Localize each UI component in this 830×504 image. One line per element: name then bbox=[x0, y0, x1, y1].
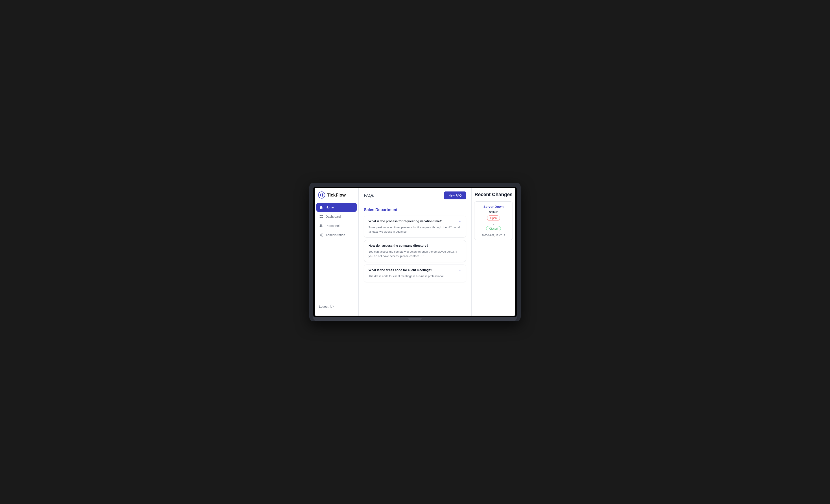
logo-area: TickFlow bbox=[315, 192, 358, 203]
main-content: FAQs New FAQ Sales Department What is th… bbox=[359, 188, 471, 315]
status-badge-open: Open bbox=[487, 215, 500, 221]
faq-answer-1: To request vacation time, please submit … bbox=[369, 225, 462, 234]
sidebar: TickFlow Home bbox=[315, 188, 359, 315]
faq-card-header-1: What is the process for requesting vacat… bbox=[369, 220, 462, 224]
faq-card-2: How do I access the company directory? ⋮… bbox=[364, 240, 466, 262]
faq-card-header-2: How do I access the company directory? ⋮ bbox=[369, 244, 462, 248]
dashboard-icon bbox=[319, 214, 323, 219]
main-body: Sales Department What is the process for… bbox=[359, 203, 471, 315]
svg-rect-4 bbox=[321, 215, 323, 216]
screen-inner: TickFlow Home bbox=[315, 188, 515, 315]
laptop-notch bbox=[408, 318, 422, 320]
administration-icon bbox=[319, 233, 323, 237]
faq-menu-2[interactable]: ⋮ bbox=[457, 244, 462, 248]
faq-question-1: What is the process for requesting vacat… bbox=[369, 220, 454, 223]
svg-rect-6 bbox=[321, 217, 323, 218]
change-card-title: Server Down bbox=[477, 205, 510, 208]
change-timestamp: 2023-04-22, 17:47:12 bbox=[477, 234, 510, 237]
laptop-screen: TickFlow Home bbox=[313, 187, 517, 317]
faq-question-3: What is the dress code for client meetin… bbox=[369, 268, 454, 272]
nav-item-home[interactable]: Home bbox=[316, 203, 357, 212]
right-panel: Recent Changes Server Down Status: Open … bbox=[471, 188, 515, 315]
laptop-container: TickFlow Home bbox=[309, 183, 521, 321]
nav-item-dashboard[interactable]: Dashboard bbox=[316, 212, 357, 221]
page-title: FAQs bbox=[364, 193, 374, 198]
svg-point-9 bbox=[321, 235, 322, 236]
change-card: Server Down Status: Open ⌄ Closed 2023-0… bbox=[474, 201, 513, 240]
faq-question-2: How do I access the company directory? bbox=[369, 244, 454, 247]
personnel-icon bbox=[319, 224, 323, 228]
svg-rect-3 bbox=[320, 215, 321, 216]
nav-item-personnel[interactable]: Personnel bbox=[316, 222, 357, 230]
svg-rect-5 bbox=[320, 217, 321, 218]
tickflow-logo-icon bbox=[318, 192, 325, 199]
faq-card-1: What is the process for requesting vacat… bbox=[364, 216, 466, 237]
nav-item-administration[interactable]: Administration bbox=[316, 231, 357, 239]
faq-card-header-3: What is the dress code for client meetin… bbox=[369, 268, 462, 273]
nav-items: Home Dashboard bbox=[315, 203, 358, 301]
status-label: Status: bbox=[477, 211, 510, 214]
recent-changes-title: Recent Changes bbox=[474, 192, 513, 198]
home-icon bbox=[319, 205, 323, 209]
main-header: FAQs New FAQ bbox=[359, 188, 471, 203]
svg-point-8 bbox=[321, 225, 322, 226]
status-badge-closed: Closed bbox=[486, 226, 501, 231]
logout-icon bbox=[330, 304, 334, 309]
status-flow: Open ⌄ Closed bbox=[477, 215, 510, 231]
faq-answer-3: The dress code for client meetings is bu… bbox=[369, 274, 462, 278]
faq-answer-2: You can access the company directory thr… bbox=[369, 249, 462, 258]
department-title: Sales Department bbox=[364, 207, 466, 212]
svg-rect-2 bbox=[321, 193, 322, 197]
svg-point-7 bbox=[320, 225, 321, 226]
faq-list: What is the process for requesting vacat… bbox=[364, 216, 466, 282]
faq-menu-3[interactable]: ⋮ bbox=[457, 268, 462, 273]
laptop-base bbox=[313, 317, 517, 321]
new-faq-button[interactable]: New FAQ bbox=[444, 192, 466, 199]
faq-card-3: What is the dress code for client meetin… bbox=[364, 265, 466, 282]
logo-text: TickFlow bbox=[327, 193, 346, 198]
logout-button[interactable]: Logout bbox=[315, 301, 358, 312]
chevron-down-icon: ⌄ bbox=[492, 222, 495, 225]
faq-menu-1[interactable]: ⋮ bbox=[457, 220, 462, 224]
